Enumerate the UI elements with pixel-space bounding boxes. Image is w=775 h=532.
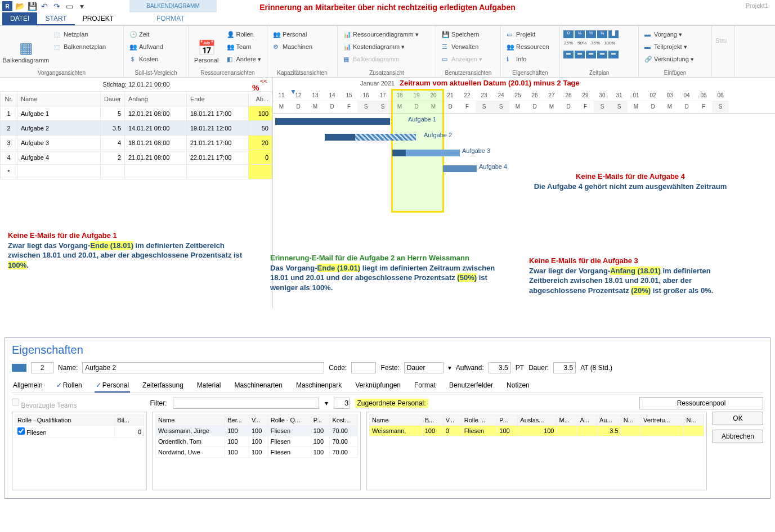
task-color-swatch[interactable] [12,364,26,372]
zeit-button[interactable]: 🕒Zeit [127,28,185,40]
ptab-maschinenpark[interactable]: Maschinenpark [295,379,343,393]
role-checkbox[interactable] [17,427,25,435]
kosten-button[interactable]: ＄Kosten [127,53,185,65]
ptab-maschinenarten[interactable]: Maschinenarten [234,379,284,393]
balkendiagramm-button[interactable]: ▦Balkendiagramm [3,28,48,75]
app-icon: R [2,1,12,11]
ressourcenpool-button[interactable]: Ressourcenpool [639,397,763,409]
cancel-button[interactable]: Abbrechen [713,430,763,443]
andere-button[interactable]: ◧Andere ▾ [225,53,263,65]
gantt-month: Januar 2021 [360,80,395,87]
verwalten-button[interactable]: ☰Verwalten [440,40,497,53]
properties-tabs: Allgemein Rollen Personal Zeiterfassung … [12,379,763,393]
dauer-field[interactable] [553,362,576,373]
filter-input[interactable] [173,398,319,409]
projekt-button[interactable]: ▭Projekt [504,28,556,40]
save-icon[interactable]: 💾 [27,1,37,11]
roles-box: Rolle - QualifikationBil... Fliesen0 [12,412,147,490]
speichern-button[interactable]: 💾Speichern [440,28,497,40]
task-name-field[interactable] [82,362,324,373]
ribbon-tabs: DATEI START PROJEKT FORMAT [0,12,775,26]
feste-select[interactable] [404,362,444,373]
personal-big-button[interactable]: 📅Personal [192,28,221,75]
assigned-row[interactable]: Weissmann,1000Fliesen1001003.5 [370,426,704,436]
ressourcen-button[interactable]: 👥Ressourcen [504,40,556,53]
collapse-icon[interactable]: << [260,78,267,84]
ptab-material[interactable]: Material [196,379,222,393]
annotation-a2: Erinnerung-E-Mail für die Aufgabe 2 an H… [270,253,507,292]
col-pct[interactable]: Ab... [249,92,272,106]
col-anfang[interactable]: Anfang [125,92,187,106]
gantt-bar-a2-progress [325,134,355,141]
contextual-tab-header: BALKENDIAGRAMM [129,0,217,12]
pool-row[interactable]: Nordwind, Uwe100100Fliesen10070.00 [156,447,358,458]
gantt-label-a4: Aufgabe 4 [479,163,507,170]
properties-title: Eigenschaften [12,344,763,357]
role-row[interactable]: Fliesen0 [15,426,144,438]
aufwand-field[interactable] [489,362,511,373]
tab-format[interactable]: FORMAT [149,12,192,25]
ptab-allgemein[interactable]: Allgemein [12,379,44,393]
ptab-format[interactable]: Format [413,379,437,393]
pct-header: % [252,83,259,92]
gantt-label-a1: Aufgabe 1 [408,116,436,123]
kap-maschinen-button[interactable]: ⚙Maschinen [271,40,334,53]
aufwand-button[interactable]: 👥Aufwand [127,40,185,53]
ressourcendiagramm-button[interactable]: 📊Ressourcendiagramm ▾ [341,28,432,40]
tab-datei[interactable]: DATEI [2,12,37,25]
col-ende[interactable]: Ende [187,92,249,106]
pool-row[interactable]: Ordentlich, Tom100100Fliesen10070.00 [156,436,358,447]
progress-shortcuts[interactable]: 0¼½¾█ [563,30,635,38]
task-row[interactable]: 1Aufgabe 1512.01.21 08:0018.01.21 17:001… [1,106,272,121]
redo-icon[interactable]: ↷ [52,1,62,11]
ptab-verknuepfungen[interactable]: Verknüpfungen [354,379,402,393]
undo-icon[interactable]: ↶ [39,1,50,11]
gantt-label-a3: Aufgabe 3 [462,147,490,154]
qat-dropdown-icon[interactable]: ▾ [77,1,87,11]
range-note: Zeitraum vom aktuellen Datum (20.01) min… [400,79,580,87]
task-row[interactable]: 2Aufgabe 23.514.01.21 08:0019.01.21 12:0… [1,121,272,136]
ptab-benutzerfelder[interactable]: Benutzerfelder [448,379,494,393]
gantt-bar-a4[interactable] [443,165,477,172]
task-table-pane: Stichtag: 12.01.21 00:00 << % Nr. Name D… [0,78,273,308]
verknuepfung-button[interactable]: 🔗Verknüpfung ▾ [642,53,708,65]
balkennetzplan-button[interactable]: ⬚Balkennetzplan [52,40,108,53]
ok-button[interactable]: OK [713,412,763,425]
tab-projekt[interactable]: PROJEKT [75,12,122,25]
gantt-header: 11M12D13M14D15F16S17S18M19D20M21D22F23S2… [273,90,775,114]
col-name[interactable]: Name [17,92,101,106]
rollen-button[interactable]: 👤Rollen [225,28,263,40]
gantt-bar-a1[interactable] [275,118,390,125]
code-field[interactable] [351,362,376,373]
task-id-field[interactable] [31,362,53,373]
tab-start[interactable]: START [37,12,74,25]
chevron-down-icon[interactable]: ▾ [448,364,451,372]
ptab-zeiterfassung[interactable]: Zeiterfassung [141,379,185,393]
project-name: Projekt1 [746,2,768,9]
kostendiagramm-button[interactable]: 📊Kostendiagramm ▾ [341,40,432,53]
annotation-a3: Keine E-Mails für die Aufgabe 3 Zwar lie… [529,256,732,295]
anzeigen-button: ▭Anzeigen ▾ [440,53,497,65]
kap-personal-button[interactable]: 👥Personal [271,28,334,40]
filter-num[interactable] [334,398,350,409]
open-icon[interactable]: 📂 [15,1,25,11]
page-icon[interactable]: ▭ [64,1,74,11]
annotation-a4: Keine E-Mails für die Aufgabe 4 Die Aufg… [529,172,732,191]
vorgang-button[interactable]: ▬Vorgang ▾ [642,28,708,40]
chevron-down-icon[interactable]: ▾ [325,399,328,407]
info-button[interactable]: ℹInfo [504,53,556,65]
netzplan-button[interactable]: ⬚Netzplan [52,28,108,40]
gantt-bar-a3[interactable] [392,150,460,156]
ptab-personal[interactable]: Personal [95,379,130,393]
zugeordnete-label: Zugeordnete Personal: [355,399,428,408]
teilprojekt-button[interactable]: ▬Teilprojekt ▾ [642,40,708,53]
task-row[interactable]: 3Aufgabe 3418.01.21 08:0021.01.21 17:002… [1,136,272,150]
pool-row[interactable]: Weissmann, Jürge100100Fliesen10070.00 [156,426,358,436]
ptab-rollen[interactable]: Rollen [55,379,83,393]
col-dauer[interactable]: Dauer [101,92,125,106]
col-nr[interactable]: Nr. [1,92,17,106]
task-row[interactable]: 4Aufgabe 4221.01.21 08:0022.01.21 17:000 [1,150,272,165]
team-button[interactable]: 👥Team [225,40,263,53]
ptab-notizen[interactable]: Notizen [505,379,531,393]
bar-style-shortcuts[interactable]: ▬▬▬▬▬ [563,51,635,58]
